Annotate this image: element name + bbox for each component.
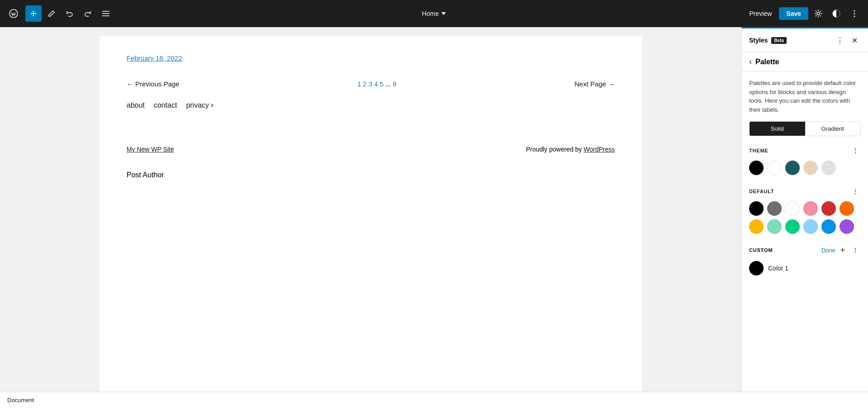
palette-description: Palettes are used to provide default col… [749,79,861,114]
pagination: ← Previous Page 1 2 3 4 5 ... 8 Next Pag… [127,80,615,88]
custom-section-header: CUSTOM Done + ⋮ [749,245,861,256]
page-numbers: 1 2 3 4 5 ... 8 [357,80,396,88]
page-8[interactable]: 8 [393,80,396,88]
panel-header-left: Styles Beta [749,37,787,44]
beta-badge: Beta [771,37,787,44]
palette-title: Palette [755,58,779,66]
panel-close-button[interactable]: ✕ [848,34,861,47]
theme-section-header: THEME ⋮ [749,145,861,156]
main-area: February 18, 2022 ← Previous Page 1 2 3 … [0,27,868,392]
custom-menu-button[interactable]: ⋮ [850,245,861,256]
site-footer: My New WP Site Proudly powered by WordPr… [127,128,615,162]
default-menu-button[interactable]: ⋮ [850,186,861,197]
custom-label: CUSTOM [749,247,773,253]
default-swatch-black[interactable] [749,201,764,216]
toolbar: W Home Preview Save [0,0,868,27]
svg-point-7 [817,12,820,15]
svg-point-11 [854,16,855,17]
default-color-section: DEFAULT ⋮ [749,186,861,234]
toolbar-right: Preview Save [744,5,863,22]
gradient-toggle-button[interactable]: Gradient [805,122,861,136]
custom-color-1-name: Color 1 [768,265,788,272]
powered-by-text: Proudly powered by [526,146,584,153]
styles-panel: Styles Beta ⋮ ✕ ‹ Palette Palettes are u… [741,27,868,392]
home-label: Home [422,10,439,17]
canvas[interactable]: February 18, 2022 ← Previous Page 1 2 3 … [0,27,741,392]
default-label: DEFAULT [749,189,774,194]
more-options-button[interactable] [846,5,863,22]
prev-page-link[interactable]: ← Previous Page [127,80,179,88]
panel-actions: ⋮ ✕ [834,34,861,47]
default-swatch-blue[interactable] [821,219,836,234]
theme-swatches [749,161,861,175]
preview-button[interactable]: Preview [744,7,778,20]
styles-title: Styles [749,37,768,44]
default-swatch-white[interactable] [785,201,800,216]
edit-button[interactable] [43,5,60,22]
add-color-button[interactable]: + [837,245,848,256]
contact-link[interactable]: contact [154,101,177,109]
theme-menu-button[interactable]: ⋮ [850,145,861,156]
done-button[interactable]: Done [821,247,835,254]
panel-more-button[interactable]: ⋮ [834,34,846,47]
theme-swatch-beige[interactable] [803,161,818,175]
default-swatch-purple[interactable] [840,219,854,234]
panel-nav: ‹ Palette [742,52,868,71]
panel-header: Styles Beta ⋮ ✕ [742,28,868,52]
theme-swatch-black[interactable] [749,161,764,175]
page-4[interactable]: 4 [374,80,378,88]
custom-swatch-1[interactable] [749,261,764,275]
theme-swatch-white[interactable] [767,161,782,175]
default-swatch-red[interactable] [821,201,836,216]
footer-nav: about contact privacy [127,101,615,109]
page-1[interactable]: 1 [357,80,361,88]
theme-swatch-lightgray[interactable] [821,161,836,175]
about-link[interactable]: about [127,101,145,109]
default-swatch-pink[interactable] [803,201,818,216]
document-label: Document [7,397,34,403]
site-name-link[interactable]: My New WP Site [127,146,174,153]
page-3[interactable]: 3 [368,80,372,88]
svg-point-9 [854,10,855,12]
panel-back-button[interactable]: ‹ [749,57,752,66]
status-bar: Document [0,392,868,408]
privacy-link[interactable]: privacy [186,101,209,109]
post-author: Post Author [127,171,615,179]
page-ellipsis: ... [385,80,391,88]
svg-point-10 [854,13,855,14]
home-nav: Home [417,7,450,20]
default-swatch-orange[interactable] [840,201,854,216]
default-swatch-blue-light[interactable] [803,219,818,234]
date-link[interactable]: February 18, 2022 [127,54,615,62]
panel-body[interactable]: Palettes are used to provide default col… [742,71,868,392]
custom-actions: Done + ⋮ [821,245,861,256]
page-2[interactable]: 2 [363,80,367,88]
theme-color-section: THEME ⋮ [749,145,861,175]
svg-text:W: W [11,11,16,17]
home-dropdown-button[interactable]: Home [417,7,450,20]
settings-button[interactable] [810,5,826,22]
default-swatch-green-light[interactable] [767,219,782,234]
powered-by: Proudly powered by WordPress [526,146,615,153]
wp-logo: W [5,5,22,22]
add-block-button[interactable] [25,5,42,22]
next-page-link[interactable]: Next Page → [575,80,615,88]
default-swatch-yellow[interactable] [749,219,764,234]
theme-swatch-teal[interactable] [785,161,800,175]
custom-color-1-row: Color 1 [749,261,861,275]
redo-button[interactable] [80,5,96,22]
default-swatches [749,201,861,234]
list-view-button[interactable] [98,5,114,22]
solid-gradient-toggle: Solid Gradient [749,121,861,136]
undo-button[interactable] [61,5,78,22]
contrast-button[interactable] [828,5,844,22]
canvas-inner: February 18, 2022 ← Previous Page 1 2 3 … [99,36,642,392]
privacy-dropdown[interactable]: privacy [186,101,215,109]
save-button[interactable]: Save [779,7,808,20]
default-swatch-gray[interactable] [767,201,782,216]
default-section-header: DEFAULT ⋮ [749,186,861,197]
solid-toggle-button[interactable]: Solid [750,122,805,136]
wordpress-link[interactable]: WordPress [584,146,615,153]
default-swatch-green[interactable] [785,219,800,234]
page-5[interactable]: 5 [380,80,383,88]
